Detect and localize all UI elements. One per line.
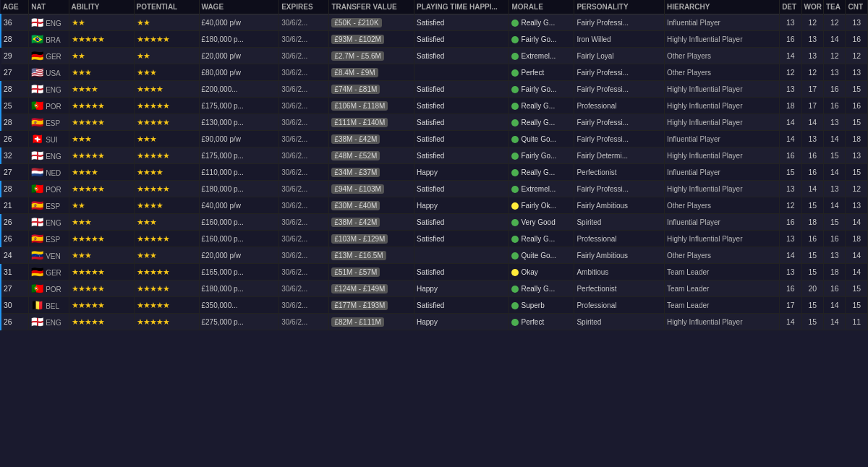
morale-text: Very Good bbox=[521, 218, 555, 226]
col-header-playing[interactable]: PLAYING TIME HAPPI... bbox=[414, 0, 509, 14]
col-header-wage[interactable]: WAGE bbox=[199, 0, 279, 14]
player-morale: Extremel... bbox=[509, 48, 574, 64]
col-header-tea[interactable]: TEA bbox=[824, 0, 846, 14]
table-row[interactable]: 27 🇳🇱 NED ★★★★ ★★★★ £110,000 p... 30/6/2… bbox=[1, 164, 868, 181]
table-row[interactable]: 28 🇧🇷 BRA ★★★★★ ★★★★★ £180,000 p... 30/6… bbox=[1, 31, 868, 48]
col-header-expires[interactable]: EXPIRES bbox=[279, 0, 329, 14]
player-expires: 30/6/2... bbox=[279, 314, 329, 330]
player-tea: 16 bbox=[824, 280, 846, 297]
player-expires: 30/6/2... bbox=[279, 147, 329, 164]
table-row[interactable]: 25 🇵🇹 POR ★★★★★ ★★★★★ £175,000 p... 30/6… bbox=[1, 98, 868, 114]
transfer-badge: £93M - £102M bbox=[331, 35, 383, 44]
col-header-personality[interactable]: PERSONALITY bbox=[574, 0, 665, 14]
player-wor: 20 bbox=[801, 280, 823, 297]
country-code: GER bbox=[46, 53, 61, 61]
table-row[interactable]: 27 🇺🇸 USA ★★★ ★★★ £80,000 p/w 30/6/2... … bbox=[1, 64, 868, 81]
table-row[interactable]: 36 🏴󠁧󠁢󠁥󠁮󠁧󠁿 ENG ★★ ★★ £40,000 p/w 30/6/2.… bbox=[1, 14, 868, 31]
player-playing-time: Satisfied bbox=[414, 297, 509, 314]
playing-time: Satisfied bbox=[417, 35, 444, 43]
country-flag: 🇩🇪 bbox=[31, 50, 43, 61]
transfer-badge: £111M - £140M bbox=[331, 118, 388, 127]
table-row[interactable]: 27 🇵🇹 POR ★★★★★ ★★★★★ £180,000 p... 30/6… bbox=[1, 280, 868, 297]
table-row[interactable]: 26 🏴󠁧󠁢󠁥󠁮󠁧󠁿 ENG ★★★ ★★★ £160,000 p... 30/… bbox=[1, 214, 868, 231]
player-wage: £175,000 p... bbox=[199, 98, 279, 114]
table-row[interactable]: 28 🇵🇹 POR ★★★★★ ★★★★★ £180,000 p... 30/6… bbox=[1, 181, 868, 197]
player-expires: 30/6/2... bbox=[279, 114, 329, 131]
player-tea: 13 bbox=[824, 181, 846, 197]
morale-icon bbox=[511, 269, 519, 276]
player-hierarchy: Influential Player bbox=[664, 14, 779, 31]
player-nationality: 🇨🇭 SUI bbox=[29, 131, 69, 147]
country-flag: 🇵🇹 bbox=[31, 183, 43, 194]
player-cnt: 15 bbox=[846, 114, 868, 131]
table-row[interactable]: 28 🇪🇸 ESP ★★★★★ ★★★★★ £130,000 p... 30/6… bbox=[1, 114, 868, 131]
player-hierarchy: Other Players bbox=[664, 197, 779, 214]
table-row[interactable]: 26 🇪🇸 ESP ★★★★★ ★★★★★ £160,000 p... 30/6… bbox=[1, 231, 868, 247]
player-playing-time: Satisfied bbox=[414, 31, 509, 48]
player-expires: 30/6/2... bbox=[279, 297, 329, 314]
morale-icon bbox=[511, 103, 519, 110]
player-ability: ★★★★★ bbox=[69, 231, 134, 247]
col-header-ability[interactable]: ABILITY bbox=[69, 0, 134, 14]
player-tea: 15 bbox=[824, 214, 846, 231]
col-header-age[interactable]: AGE bbox=[1, 0, 29, 14]
col-header-det[interactable]: DET bbox=[780, 0, 801, 14]
player-cnt: 15 bbox=[846, 81, 868, 98]
morale-text: Really G... bbox=[521, 168, 555, 176]
playing-time: Satisfied bbox=[417, 301, 444, 309]
col-header-hierarchy[interactable]: HIERARCHY bbox=[664, 0, 779, 14]
country-code: ESP bbox=[46, 202, 60, 210]
player-expires: 30/6/2... bbox=[279, 48, 329, 64]
player-playing-time: Satisfied bbox=[414, 131, 509, 147]
player-personality: Iron Willed bbox=[574, 31, 665, 48]
country-flag: 🇪🇸 bbox=[31, 233, 43, 244]
table-row[interactable]: 30 🇧🇪 BEL ★★★★★ ★★★★★ £350,000... 30/6/2… bbox=[1, 297, 868, 314]
table-row[interactable]: 26 🏴󠁧󠁢󠁥󠁮󠁧󠁿 ENG ★★★★★ ★★★★★ £275,000 p...… bbox=[1, 314, 868, 330]
col-header-wor[interactable]: WOR bbox=[801, 0, 823, 14]
col-header-transfer[interactable]: TRANSFER VALUE bbox=[329, 0, 414, 14]
transfer-badge: £30M - £40M bbox=[331, 201, 380, 210]
col-header-nat[interactable]: NAT bbox=[29, 0, 69, 14]
player-nationality: 🇪🇸 ESP bbox=[29, 114, 69, 131]
table-row[interactable]: 29 🇩🇪 GER ★★ ★★ £20,000 p/w 30/6/2... £2… bbox=[1, 48, 868, 64]
player-cnt: 14 bbox=[846, 214, 868, 231]
table-row[interactable]: 26 🇨🇭 SUI ★★★ ★★★ £90,000 p/w 30/6/2... … bbox=[1, 131, 868, 147]
player-tea: 13 bbox=[824, 247, 846, 264]
player-nationality: 🇪🇸 ESP bbox=[29, 197, 69, 214]
player-wor: 17 bbox=[801, 81, 823, 98]
player-wor: 12 bbox=[801, 64, 823, 81]
table-row[interactable]: 24 🇻🇪 VEN ★★★ ★★★ £20,000 p/w 30/6/2... … bbox=[1, 247, 868, 264]
country-flag: 🇳🇱 bbox=[31, 166, 43, 178]
player-wor: 17 bbox=[801, 98, 823, 114]
transfer-badge: £106M - £118M bbox=[331, 101, 388, 111]
country-code: GER bbox=[46, 269, 61, 277]
table-row[interactable]: 21 🇪🇸 ESP ★★ ★★★★ £40,000 p/w 30/6/2... … bbox=[1, 197, 868, 214]
col-header-morale[interactable]: MORALE bbox=[509, 0, 574, 14]
player-expires: 30/6/2... bbox=[279, 181, 329, 197]
player-tea: 14 bbox=[824, 197, 846, 214]
player-morale: Really G... bbox=[509, 98, 574, 114]
playing-time: Satisfied bbox=[417, 235, 444, 243]
player-personality: Fairly Professi... bbox=[574, 14, 665, 31]
player-wor: 15 bbox=[801, 297, 823, 314]
col-header-cnt[interactable]: CNT bbox=[846, 0, 868, 14]
player-table: AGE NAT ABILITY POTENTIAL WAGE EXPIRES T… bbox=[0, 0, 868, 330]
player-tea: 14 bbox=[824, 314, 846, 330]
col-header-potential[interactable]: POTENTIAL bbox=[134, 0, 199, 14]
player-age: 32 bbox=[1, 147, 29, 164]
player-personality: Fairly Professi... bbox=[574, 81, 665, 98]
table-row[interactable]: 31 🇩🇪 GER ★★★★★ ★★★★★ £165,000 p... 30/6… bbox=[1, 264, 868, 280]
table-row[interactable]: 28 🏴󠁧󠁢󠁥󠁮󠁧󠁿 ENG ★★★★ ★★★★ £200,000... 30/… bbox=[1, 81, 868, 98]
player-tea: 16 bbox=[824, 231, 846, 247]
player-nationality: 🇩🇪 GER bbox=[29, 48, 69, 64]
table-row[interactable]: 32 🏴󠁧󠁢󠁥󠁮󠁧󠁿 ENG ★★★★★ ★★★★★ £175,000 p...… bbox=[1, 147, 868, 164]
morale-icon bbox=[511, 319, 519, 326]
morale-text: Extremel... bbox=[521, 185, 556, 193]
player-morale: Really G... bbox=[509, 114, 574, 131]
player-age: 21 bbox=[1, 197, 29, 214]
player-playing-time: Happy bbox=[414, 197, 509, 214]
player-potential: ★★★★ bbox=[134, 164, 199, 181]
player-transfer-value: £82M - £111M bbox=[329, 314, 414, 330]
player-expires: 30/6/2... bbox=[279, 247, 329, 264]
player-morale: Fairly Go... bbox=[509, 147, 574, 164]
